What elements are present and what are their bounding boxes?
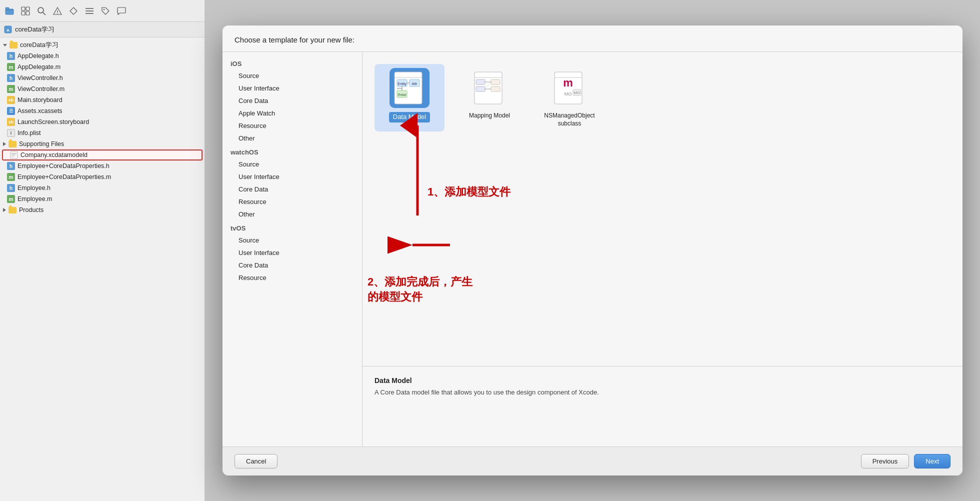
list-item[interactable]: sb LaunchScreen.storyboard xyxy=(0,116,204,128)
plist-icon: i xyxy=(7,129,15,137)
xcassets-icon: ☰ xyxy=(7,107,15,115)
list-item[interactable]: sb Main.storyboard xyxy=(0,94,204,106)
description-title: Data Model xyxy=(374,376,950,384)
template-grid: Entity Attr Relat xyxy=(362,52,962,366)
template-label-mapping: Mapping Model xyxy=(469,112,510,120)
xcdatamodel-file[interactable]: Company.xcdatamodeld xyxy=(2,150,202,160)
file-label: LaunchScreen.storyboard xyxy=(18,118,89,126)
svg-point-10 xyxy=(57,13,58,14)
svg-rect-23 xyxy=(394,72,422,104)
dialog-overlay: Choose a template for your new file: iOS… xyxy=(205,0,980,501)
group-folder-icon xyxy=(8,207,16,214)
category-ios-core-data[interactable]: Core Data xyxy=(222,94,362,107)
svg-rect-5 xyxy=(26,12,30,15)
sidebar: A coreData学习 coreData学习 h AppDelegate.h … xyxy=(0,0,205,501)
list-icon[interactable] xyxy=(84,6,95,16)
list-item[interactable]: m Employee.m xyxy=(0,194,204,204)
category-tvos-resource[interactable]: Resource xyxy=(222,272,362,284)
category-tvos-source[interactable]: Source xyxy=(222,234,362,246)
file-label: Info.plist xyxy=(18,130,41,136)
grid-icon[interactable] xyxy=(20,6,31,16)
template-data-model[interactable]: Entity Attr Relat xyxy=(374,64,444,132)
category-watchos-resource[interactable]: Resource xyxy=(222,196,362,208)
search-icon[interactable] xyxy=(36,6,47,16)
watchos-header: watchOS xyxy=(222,144,362,158)
svg-rect-38 xyxy=(476,86,485,92)
category-watchos-source[interactable]: Source xyxy=(222,158,362,170)
group-label: Products xyxy=(19,206,44,214)
list-item[interactable]: h ViewController.h xyxy=(0,72,204,84)
template-icon-wrap-nsmanagedobject: m MO MO xyxy=(550,68,590,108)
category-ios-other[interactable]: Other xyxy=(222,132,362,144)
warning-icon[interactable] xyxy=(52,6,63,16)
list-item[interactable]: ☰ Assets.xcassets xyxy=(0,106,204,116)
list-item[interactable]: h Employee.h xyxy=(0,182,204,194)
data-model-icon: Entity Attr Relat xyxy=(392,70,427,106)
category-tvos-core-data[interactable]: Core Data xyxy=(222,259,362,272)
list-item[interactable]: i Info.plist xyxy=(0,128,204,138)
category-ios-resource[interactable]: Resource xyxy=(222,120,362,132)
storyboard-icon: sb xyxy=(7,96,15,104)
h-file-icon: h xyxy=(7,184,15,192)
category-ios-user-interface[interactable]: User Interface xyxy=(222,82,362,94)
category-watchos-user-interface[interactable]: User Interface xyxy=(222,170,362,183)
supporting-files-group[interactable]: Supporting Files xyxy=(0,138,204,150)
expand-icon xyxy=(3,208,6,212)
dialog-body: iOS Source User Interface Core Data Appl… xyxy=(222,52,962,446)
project-root[interactable]: A coreData学习 xyxy=(0,22,204,38)
template-icon-wrap-data-model: Entity Attr Relat xyxy=(390,68,430,108)
h-file-icon: h xyxy=(7,162,15,170)
root-group-label: coreData学习 xyxy=(20,41,58,50)
group-label: Supporting Files xyxy=(19,140,64,148)
next-button[interactable]: Next xyxy=(914,454,950,468)
template-mapping-model[interactable]: Mapping Model xyxy=(454,64,524,132)
expand-icon xyxy=(3,44,7,46)
expand-icon xyxy=(3,142,6,146)
list-item[interactable]: m ViewController.m xyxy=(0,84,204,94)
tvos-header: tvOS xyxy=(222,220,362,234)
svg-rect-40 xyxy=(491,86,500,92)
svg-rect-4 xyxy=(22,12,25,15)
mapping-model-icon xyxy=(472,70,507,106)
m-file-icon: m xyxy=(7,173,15,181)
svg-rect-18 xyxy=(10,152,18,158)
cancel-button[interactable]: Cancel xyxy=(234,454,278,468)
svg-text:Attr: Attr xyxy=(412,82,418,86)
category-tvos-user-interface[interactable]: User Interface xyxy=(222,246,362,259)
file-label: Employee+CoreDataProperties.m xyxy=(18,174,111,180)
bubble-icon[interactable] xyxy=(116,6,127,16)
file-label: Employee+CoreDataProperties.h xyxy=(18,162,110,170)
storyboard-icon: sb xyxy=(7,118,15,126)
list-item[interactable]: m Employee+CoreDataProperties.m xyxy=(0,172,204,182)
toolbar xyxy=(0,0,204,22)
file-label: Company.xcdatamodeld xyxy=(20,152,88,158)
category-watchos-core-data[interactable]: Core Data xyxy=(222,183,362,196)
root-group[interactable]: coreData学习 xyxy=(0,40,204,50)
content-panel: Entity Attr Relat xyxy=(362,52,962,446)
category-ios-source[interactable]: Source xyxy=(222,70,362,82)
dialog-footer: Cancel Previous Next xyxy=(222,446,962,476)
svg-text:Entity: Entity xyxy=(398,82,406,86)
folder-nav-icon[interactable] xyxy=(4,6,15,16)
group-folder-icon xyxy=(8,141,16,148)
category-ios-apple-watch[interactable]: Apple Watch xyxy=(222,107,362,120)
tag-icon[interactable] xyxy=(100,6,111,16)
category-panel: iOS Source User Interface Core Data Appl… xyxy=(222,52,362,446)
list-item[interactable]: h Employee+CoreDataProperties.h xyxy=(0,160,204,172)
dialog-header: Choose a template for your new file: xyxy=(222,26,962,52)
file-label: Employee.h xyxy=(18,184,50,192)
list-item[interactable]: h AppDelegate.h xyxy=(0,50,204,62)
template-icon-wrap-mapping xyxy=(470,68,510,108)
description-text: A Core Data model file that allows you t… xyxy=(374,388,950,398)
sidebar-tree: coreData学习 h AppDelegate.h m AppDelegate… xyxy=(0,38,204,501)
list-item[interactable]: m AppDelegate.m xyxy=(0,62,204,72)
description-panel: Data Model A Core Data model file that a… xyxy=(362,366,962,446)
category-watchos-other[interactable]: Other xyxy=(222,208,362,220)
template-dialog: Choose a template for your new file: iOS… xyxy=(222,26,962,476)
template-nsmanagedobject[interactable]: m MO MO NSManagedObject subclass xyxy=(534,64,604,132)
diamond-icon[interactable] xyxy=(68,6,79,16)
svg-line-7 xyxy=(43,12,46,15)
products-group[interactable]: Products xyxy=(0,204,204,216)
previous-button[interactable]: Previous xyxy=(861,454,910,468)
file-label: Assets.xcassets xyxy=(18,108,62,114)
